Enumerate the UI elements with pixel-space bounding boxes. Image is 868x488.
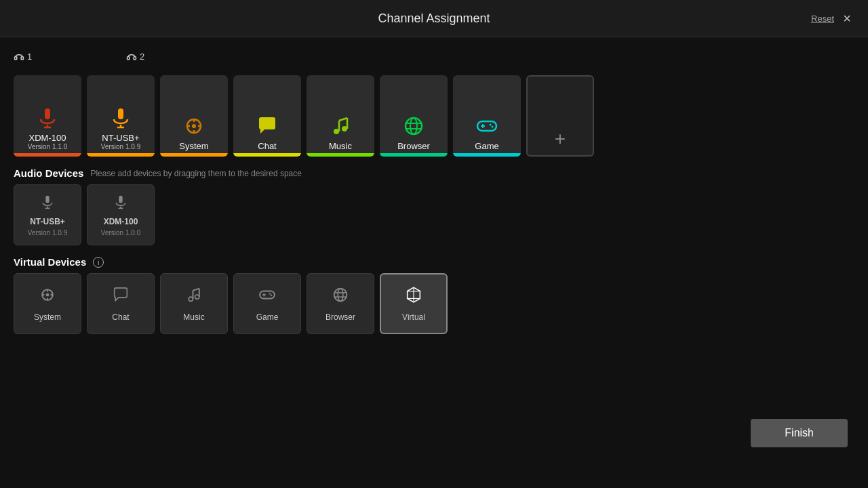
modal-overlay: Channel Assignment Reset × 1 2 bbox=[0, 0, 868, 488]
virtual-card-music[interactable]: Music bbox=[160, 273, 228, 334]
finish-button-area: Finish bbox=[751, 419, 848, 447]
svg-point-53 bbox=[338, 289, 343, 302]
audio-devices-heading: Audio Devices Please add devices by drag… bbox=[14, 167, 854, 179]
svg-point-28 bbox=[490, 124, 492, 126]
music-icon bbox=[328, 114, 353, 138]
xdm100-label: XDM-100 bbox=[29, 133, 66, 143]
virtual-card-virtual[interactable]: Virtual bbox=[380, 273, 448, 334]
chat-label: Chat bbox=[258, 141, 276, 151]
channel-card-xdm100[interactable]: XDM-100 Version 1.1.0 bbox=[14, 75, 81, 157]
svg-rect-47 bbox=[260, 291, 275, 299]
xdm100-sub: Version 1.1.0 bbox=[28, 143, 67, 151]
svg-point-50 bbox=[269, 293, 271, 294]
xdm100-bottom-bar bbox=[14, 153, 81, 157]
channel-cards-row: XDM-100 Version 1.1.0 NT-USB+ Version 1.… bbox=[14, 75, 854, 157]
music-label: Music bbox=[329, 141, 352, 151]
xdm100-icon bbox=[35, 106, 60, 130]
hp1-number: 1 bbox=[27, 52, 32, 62]
svg-point-21 bbox=[406, 118, 422, 134]
vchat-label: Chat bbox=[112, 312, 129, 322]
headphone-2-label: 2 bbox=[126, 51, 194, 62]
virtual-device-cards: System Chat bbox=[14, 273, 854, 334]
vsystem-label: System bbox=[34, 312, 61, 322]
virtual-devices-section: Virtual Devices i bbox=[14, 256, 854, 334]
svg-rect-0 bbox=[15, 57, 17, 60]
info-icon: i bbox=[93, 257, 104, 268]
game-label: Game bbox=[475, 141, 498, 151]
virtual-card-game[interactable]: Game bbox=[233, 273, 301, 334]
audio-devices-hint: Please add devices by dragging them to t… bbox=[90, 169, 302, 178]
modal-content: 1 2 bbox=[0, 37, 868, 488]
channel-card-chat[interactable]: Chat bbox=[233, 75, 301, 157]
browser-label: Browser bbox=[397, 141, 430, 151]
virtual-devices-title: Virtual Devices bbox=[14, 256, 86, 268]
svg-rect-33 bbox=[119, 195, 122, 203]
vmusic-label: Music bbox=[183, 312, 204, 322]
reset-button[interactable]: Reset bbox=[811, 14, 834, 24]
modal-title: Channel Assignment bbox=[378, 12, 490, 26]
svg-line-20 bbox=[339, 118, 347, 121]
close-button[interactable]: × bbox=[837, 8, 857, 28]
vvirtual-label: Virtual bbox=[402, 312, 425, 322]
svg-point-11 bbox=[192, 124, 196, 128]
audio-device-cards: NT-USB+ Version 1.0.9 XDM-100 Version 1.… bbox=[14, 184, 854, 245]
channel-card-ntusb[interactable]: NT-USB+ Version 1.0.9 bbox=[87, 75, 155, 157]
ntusb-icon bbox=[108, 106, 133, 130]
vgame-icon bbox=[258, 285, 277, 308]
vsystem-icon bbox=[38, 285, 57, 308]
channel-card-music[interactable]: Music bbox=[307, 75, 374, 157]
ntusb-bottom-bar bbox=[87, 153, 155, 157]
ntusb-label: NT-USB+ bbox=[102, 133, 139, 143]
svg-rect-3 bbox=[134, 57, 136, 60]
virtual-card-browser[interactable]: Browser bbox=[307, 273, 374, 334]
system-bottom-bar bbox=[160, 153, 228, 157]
browser-icon bbox=[401, 114, 426, 138]
chat-icon bbox=[255, 114, 279, 138]
channel-card-browser[interactable]: Browser bbox=[380, 75, 448, 157]
svg-line-46 bbox=[193, 289, 199, 291]
ntusb-dev-label: NT-USB+ bbox=[30, 217, 65, 226]
svg-rect-2 bbox=[127, 57, 130, 60]
chat-bottom-bar bbox=[233, 153, 301, 157]
channel-card-game[interactable]: Game bbox=[453, 75, 521, 157]
xdm100-dev-label: XDM-100 bbox=[104, 217, 138, 226]
ntusb-sub: Version 1.0.9 bbox=[101, 143, 140, 151]
xdm100-dev-icon bbox=[113, 194, 129, 214]
audio-devices-title: Audio Devices bbox=[14, 167, 83, 179]
modal-header: Channel Assignment Reset × bbox=[0, 0, 868, 37]
virtual-card-chat[interactable]: Chat bbox=[87, 273, 155, 334]
vmusic-icon bbox=[184, 285, 203, 308]
svg-point-22 bbox=[410, 118, 417, 134]
headphone-1-label: 1 bbox=[14, 51, 81, 62]
audio-device-xdm100[interactable]: XDM-100 Version 1.0.0 bbox=[87, 184, 155, 245]
svg-point-37 bbox=[46, 293, 50, 297]
headphone-labels: 1 2 bbox=[14, 51, 854, 62]
ntusb-dev-sub: Version 1.0.9 bbox=[28, 229, 67, 237]
audio-devices-section: Audio Devices Please add devices by drag… bbox=[14, 167, 854, 245]
svg-rect-1 bbox=[21, 57, 23, 60]
virtual-devices-heading: Virtual Devices i bbox=[14, 256, 854, 268]
xdm100-dev-sub: Version 1.0.0 bbox=[101, 229, 140, 237]
svg-point-51 bbox=[271, 295, 272, 296]
audio-device-ntusb[interactable]: NT-USB+ Version 1.0.9 bbox=[14, 184, 81, 245]
svg-rect-25 bbox=[477, 121, 496, 131]
game-icon bbox=[475, 114, 499, 138]
finish-button[interactable]: Finish bbox=[751, 419, 848, 447]
system-label: System bbox=[179, 141, 208, 151]
svg-point-52 bbox=[334, 289, 347, 302]
system-icon bbox=[182, 114, 206, 138]
music-bottom-bar bbox=[307, 153, 374, 157]
hp2-number: 2 bbox=[140, 52, 144, 62]
vchat-icon bbox=[111, 285, 130, 308]
svg-point-29 bbox=[492, 126, 494, 128]
ntusb-dev-icon bbox=[39, 194, 56, 214]
game-bottom-bar bbox=[453, 153, 521, 157]
channel-card-add[interactable]: + bbox=[526, 75, 594, 157]
vvirtual-icon bbox=[404, 285, 423, 308]
svg-rect-7 bbox=[118, 108, 123, 119]
channel-card-system[interactable]: System bbox=[160, 75, 228, 157]
vbrowser-label: Browser bbox=[326, 312, 355, 322]
svg-rect-4 bbox=[45, 108, 50, 119]
vbrowser-icon bbox=[331, 285, 350, 308]
virtual-card-system[interactable]: System bbox=[14, 273, 81, 334]
